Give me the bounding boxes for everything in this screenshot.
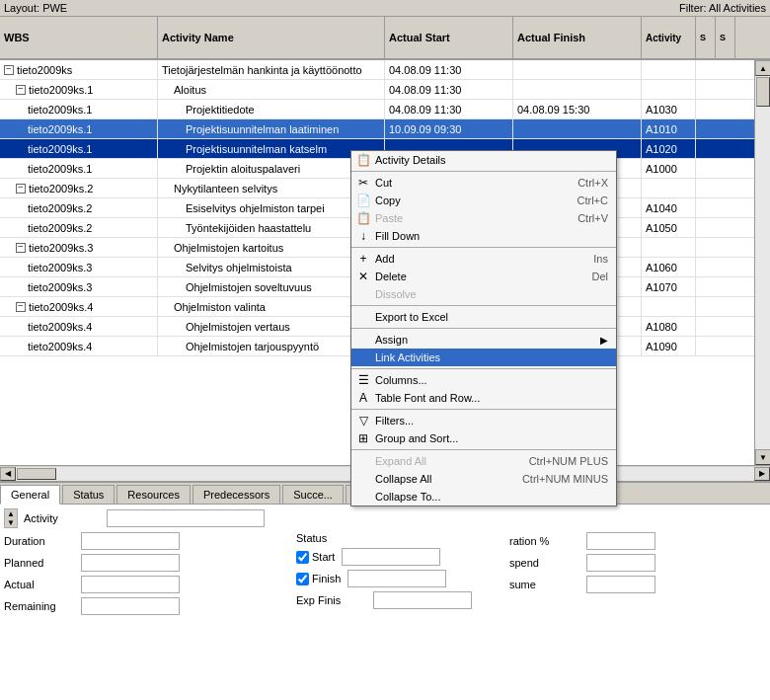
table-row[interactable]: tieto2009ksTietojärjestelmän hankinta ja… — [0, 60, 770, 80]
menu-item-link-activities[interactable]: Link Activities — [351, 349, 616, 366]
menu-label-filters: Filters... — [375, 415, 414, 427]
menu-item-filters[interactable]: ▽Filters... — [351, 412, 616, 429]
start-checkbox[interactable] — [296, 551, 309, 564]
menu-item-add[interactable]: +AddIns — [351, 250, 616, 268]
actual-input[interactable] — [81, 576, 180, 593]
scroll-down-btn[interactable]: ▼ — [755, 449, 770, 465]
suspend-label: spend — [509, 557, 578, 569]
menu-item-delete[interactable]: ✕DeleteDel — [351, 268, 616, 285]
menu-icon-table-font: A — [355, 390, 371, 406]
remaining-input[interactable] — [81, 597, 180, 615]
table-row[interactable]: tieto2009ks.1Aloitus04.08.09 11:30 — [0, 80, 770, 100]
menu-item-collapse-to[interactable]: Collapse To... — [351, 488, 616, 506]
activity-spin-down[interactable]: ▼ — [5, 518, 17, 527]
duration-label: Duration — [4, 535, 73, 547]
duration-pct-label: ration % — [509, 535, 578, 547]
menu-label-dissolve: Dissolve — [375, 288, 417, 300]
td-actual-finish: 04.08.09 15:30 — [513, 100, 642, 118]
exp-finish-input[interactable] — [373, 591, 472, 609]
tab-status[interactable]: Status — [62, 485, 115, 504]
tab-resources[interactable]: Resources — [116, 485, 191, 504]
menu-label-assign: Assign — [375, 334, 408, 346]
menu-item-table-font[interactable]: ATable Font and Row... — [351, 389, 616, 407]
menu-separator — [351, 449, 616, 450]
planned-input[interactable] — [81, 554, 180, 572]
vertical-scrollbar[interactable]: ▲ ▼ — [754, 60, 770, 465]
td-activity-name: Projektitiedote — [158, 100, 385, 118]
menu-separator — [351, 171, 616, 172]
tab-succe---[interactable]: Succe... — [282, 485, 344, 504]
resume-label: sume — [509, 579, 578, 590]
td-actual-start: 04.08.09 11:30 — [385, 100, 513, 118]
menu-item-export-excel[interactable]: Export to Excel — [351, 308, 616, 326]
duration-pct-input[interactable] — [586, 532, 655, 550]
menu-item-cut[interactable]: ✂CutCtrl+X — [351, 174, 616, 192]
td-wbs: tieto2009ks.4 — [0, 337, 158, 355]
menu-icon-group-sort: ⊞ — [355, 430, 371, 446]
tab-predecessors[interactable]: Predecessors — [192, 485, 280, 504]
remaining-label: Remaining — [4, 600, 73, 612]
td-activity-id: A1000 — [642, 159, 696, 178]
scroll-thumb-h[interactable] — [17, 468, 56, 480]
activity-input[interactable] — [107, 509, 265, 527]
td-wbs: tieto2009ks.4 — [0, 317, 158, 336]
td-activity-id: A1090 — [642, 337, 696, 355]
menu-label-paste: Paste — [375, 212, 403, 224]
menu-item-assign[interactable]: Assign▶ — [351, 331, 616, 349]
table-row[interactable]: tieto2009ks.1Projektisuunnitelman laatim… — [0, 119, 770, 139]
menu-icon-columns: ☰ — [355, 372, 371, 388]
menu-arrow-assign: ▶ — [600, 335, 608, 346]
scroll-left-btn[interactable]: ◀ — [0, 467, 16, 481]
scroll-right-btn[interactable]: ▶ — [754, 467, 770, 481]
expand-collapse-icon[interactable] — [16, 184, 26, 194]
menu-shortcut-copy: Ctrl+C — [558, 194, 608, 206]
menu-item-copy[interactable]: 📄CopyCtrl+C — [351, 192, 616, 209]
table-row[interactable]: tieto2009ks.1Projektitiedote04.08.09 11:… — [0, 100, 770, 119]
col-header-s1: S — [696, 17, 716, 58]
finish-date-input[interactable] — [347, 570, 446, 587]
menu-shortcut-cut: Ctrl+X — [558, 177, 608, 189]
menu-label-delete: Delete — [375, 271, 407, 282]
menu-item-collapse-all[interactable]: Collapse AllCtrl+NUM MINUS — [351, 470, 616, 488]
menu-item-activity-details[interactable]: 📋Activity Details — [351, 151, 616, 169]
menu-item-group-sort[interactable]: ⊞Group and Sort... — [351, 429, 616, 447]
td-actual-start: 04.08.09 11:30 — [385, 80, 513, 99]
td-activity-id — [642, 179, 696, 197]
finish-checkbox-label: Finish — [312, 573, 341, 584]
activity-spin-up[interactable]: ▲ — [5, 509, 17, 518]
expand-collapse-icon[interactable] — [16, 243, 26, 253]
menu-label-cut: Cut — [375, 177, 392, 189]
td-actual-finish — [513, 119, 642, 138]
duration-planned-input[interactable] — [81, 532, 180, 550]
menu-item-columns[interactable]: ☰Columns... — [351, 371, 616, 389]
td-activity-id: A1010 — [642, 119, 696, 138]
layout-label: Layout: PWE — [4, 2, 67, 14]
start-date-input[interactable] — [342, 548, 440, 566]
td-activity-id: A1030 — [642, 100, 696, 118]
col-header-activity-name: Activity Name — [158, 17, 385, 58]
expand-collapse-icon[interactable] — [4, 65, 14, 75]
suspend-input[interactable] — [586, 554, 655, 572]
expand-collapse-icon[interactable] — [16, 302, 26, 312]
menu-icon-activity-details: 📋 — [355, 152, 371, 168]
menu-separator — [351, 305, 616, 306]
finish-checkbox[interactable] — [296, 573, 309, 585]
td-activity-name: Projektisuunnitelman laatiminen — [158, 119, 385, 138]
menu-shortcut-expand-all: Ctrl+NUM PLUS — [509, 455, 608, 467]
menu-item-fill-down[interactable]: ↓Fill Down — [351, 227, 616, 245]
col-header-activity-id: Activity — [642, 17, 696, 58]
resume-input[interactable] — [586, 576, 655, 593]
scroll-thumb-v[interactable] — [756, 77, 770, 107]
td-wbs: tieto2009ks.4 — [0, 297, 158, 316]
menu-item-paste: 📋PasteCtrl+V — [351, 209, 616, 227]
start-checkbox-label: Start — [312, 551, 335, 563]
tab-general[interactable]: General — [0, 485, 60, 505]
menu-item-expand-all: Expand AllCtrl+NUM PLUS — [351, 452, 616, 470]
scroll-up-btn[interactable]: ▲ — [755, 60, 770, 76]
menu-icon-paste: 📋 — [355, 210, 371, 226]
menu-item-dissolve: Dissolve — [351, 285, 616, 303]
context-menu: 📋Activity Details✂CutCtrl+X📄CopyCtrl+C📋P… — [350, 150, 617, 506]
col-header-actual-start: Actual Start — [385, 17, 513, 58]
expand-collapse-icon[interactable] — [16, 85, 26, 95]
menu-shortcut-paste: Ctrl+V — [558, 212, 608, 224]
